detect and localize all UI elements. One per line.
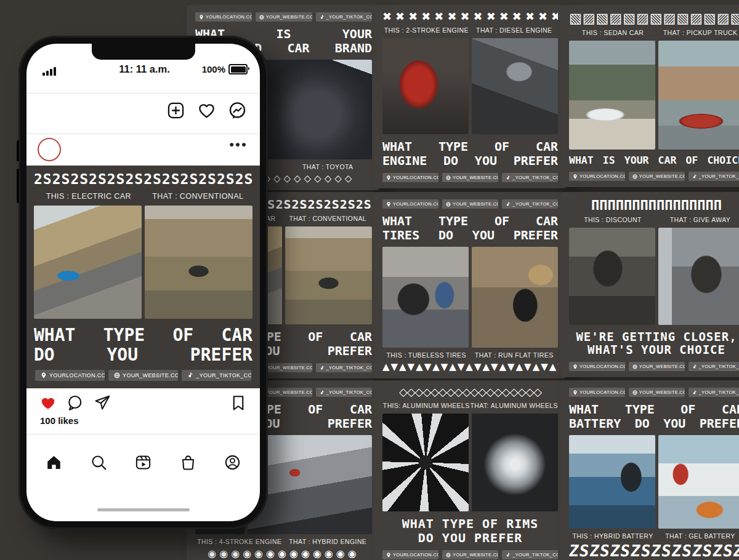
tiktok-badge: _YOUR_TIKTOK_COM bbox=[689, 172, 739, 181]
globe-icon bbox=[632, 174, 637, 179]
that-label: THAT : HYBRID ENGINE bbox=[284, 538, 373, 545]
tiktok-badge-label: _YOUR_TIKTOK_COM bbox=[512, 552, 558, 558]
like-heart-icon[interactable] bbox=[39, 394, 57, 412]
photo-black-alloy-rim bbox=[382, 414, 469, 512]
tiktok-badge: _YOUR_TIKTOK_COM bbox=[502, 173, 558, 182]
story-ring[interactable] bbox=[38, 138, 61, 161]
tiktok-note-icon bbox=[506, 553, 511, 558]
location-pin-icon bbox=[386, 175, 391, 180]
website-badge: YOUR_WEBSITE.COM bbox=[256, 12, 312, 22]
website-badge: YOUR_WEBSITE.COM bbox=[442, 199, 498, 209]
pattern-x-row: ✖✖✖✖✖✖✖✖✖✖✖✖✖✖ bbox=[382, 11, 558, 23]
location-badge: YOURLOCATION.COM bbox=[195, 12, 252, 22]
pattern-diamond-chain-row: ◇◇◇◇◇◇◇◇◇◇◇◇◇◇◇◇◇◇ bbox=[382, 386, 558, 398]
website-badge-label: YOUR_WEBSITE.COM bbox=[266, 365, 312, 370]
home-icon[interactable] bbox=[45, 454, 63, 471]
photo-mechanic-carrying-tire bbox=[472, 247, 558, 348]
pattern-circles-row: ◉◉◉◉◉◉◉◉◉◉◉◉◉ bbox=[195, 549, 372, 559]
globe-icon bbox=[446, 202, 451, 207]
reels-icon[interactable] bbox=[134, 454, 152, 471]
tiktok-badge-label: _YOUR_TIKTOK_COM bbox=[699, 390, 739, 395]
that-label: THAT : TOYOTA bbox=[284, 163, 373, 170]
template-card-rims-preference: ◇◇◇◇◇◇◇◇◇◇◇◇◇◇◇◇◇◇ THIS: ALUMINUM WHEELS… bbox=[374, 380, 567, 560]
home-indicator[interactable] bbox=[97, 508, 190, 511]
post-options-menu[interactable]: ••• bbox=[229, 137, 248, 152]
this-label: THIS: ALUMINUM WHEELS bbox=[382, 402, 470, 409]
photo-electric-car-road bbox=[34, 206, 142, 319]
bookmark-icon[interactable] bbox=[229, 394, 248, 412]
battery-percent: 100% bbox=[202, 64, 225, 74]
location-badge: YOURLOCATION.COM bbox=[382, 173, 438, 182]
tiktok-note-icon bbox=[692, 390, 697, 395]
create-post-icon[interactable] bbox=[166, 100, 186, 121]
pattern-s-blocks-row: 2S2S2S2S2S2S2S2S2S2S2S2S2S2S2S2S bbox=[34, 172, 252, 186]
likes-count[interactable]: 100 likes bbox=[40, 415, 79, 426]
tiktok-badge-label: _YOUR_TIKTOK_COM bbox=[699, 174, 739, 179]
globe-icon bbox=[114, 372, 120, 378]
location-badge: YOURLOCATION.COM bbox=[35, 370, 105, 381]
template-card-discount-vs-giveaway: ΠΠΠΠΠΠΠΠΠΠΠΠΠΠΠΠ THIS : DISCOUNT THAT : … bbox=[560, 192, 739, 377]
card-title-line1: WHAT TYPE OF RIMS bbox=[382, 517, 558, 531]
this-label: THIS : SEDAN CAR bbox=[569, 29, 656, 36]
that-label: THAT : CONVENTIONAL bbox=[284, 215, 373, 222]
website-badge: YOUR_WEBSITE.COM bbox=[108, 370, 178, 381]
location-pin-icon bbox=[199, 15, 204, 20]
template-card-engine-preference: ✖✖✖✖✖✖✖✖✖✖✖✖✖✖ THIS : 2-STROKE ENGINE TH… bbox=[374, 5, 567, 188]
shop-bag-icon[interactable] bbox=[179, 454, 197, 471]
website-badge: YOUR_WEBSITE.COM bbox=[442, 173, 498, 182]
photo-ev-charging-white bbox=[658, 435, 739, 529]
tiktok-badge: _YOUR_TIKTOK_COM bbox=[689, 388, 739, 397]
this-label: THIS : ELECTRIC CAR bbox=[34, 192, 143, 201]
globe-icon bbox=[446, 553, 451, 558]
pattern-square-wave-row: ΠΠΠΠΠΠΠΠΠΠΠΠΠΠΠΠ bbox=[569, 198, 739, 212]
tiktok-badge-label: _YOUR_TIKTOK_COM bbox=[196, 372, 251, 378]
this-label: THIS : 4-STROKE ENGINE bbox=[195, 538, 284, 545]
that-label: THAT: ALUMINUM WHEELS bbox=[470, 402, 559, 409]
card-title-line2: BATTERY DO YOU PREFER bbox=[569, 417, 739, 431]
tiktok-note-icon bbox=[692, 174, 697, 179]
globe-icon bbox=[259, 15, 264, 20]
activity-heart-icon[interactable] bbox=[196, 100, 217, 121]
pattern-diagonal-stripes-row: ▧▨▧▨▧▨▧▨▧▨▧▨▧▨ bbox=[569, 11, 739, 25]
photo-mechanic-fitting-tire bbox=[382, 247, 469, 348]
tiktok-note-icon bbox=[320, 366, 325, 370]
this-label: THIS : DISCOUNT bbox=[569, 216, 656, 223]
card-title-line2: WHAT'S YOUR CHOICE bbox=[569, 343, 739, 357]
location-badge-label: YOURLOCATION.COM bbox=[206, 14, 252, 20]
photo-red-2-stroke-engine bbox=[382, 38, 469, 135]
tiktok-note-icon bbox=[692, 364, 697, 369]
location-pin-icon bbox=[573, 174, 578, 179]
pattern-bowtie-row: ▲▼▲▼▲▼▲▼▲▼▲▼▲▼▲▼▲▼▲▼▲▼▲▼ bbox=[382, 362, 558, 372]
location-badge: YOURLOCATION.COM bbox=[382, 550, 438, 559]
template-card-tires-preference: YOURLOCATION.COM YOUR_WEBSITE.COM _YOUR_… bbox=[374, 192, 567, 378]
globe-icon bbox=[632, 364, 637, 369]
post-title-line1: WHAT TYPE OF CAR bbox=[34, 326, 252, 345]
photo-mechanic-under-hood bbox=[569, 228, 655, 325]
card-title-line1: WE'RE GETTING CLOSER, bbox=[569, 330, 739, 344]
phone-notch bbox=[92, 44, 195, 60]
location-badge-label: YOURLOCATION.COM bbox=[393, 201, 438, 207]
location-badge: YOURLOCATION.COM bbox=[569, 172, 625, 181]
card-title-line1: WHAT IS YOUR CAR OF CHOICE bbox=[569, 155, 739, 167]
tiktok-badge-label: _YOUR_TIKTOK_COM bbox=[512, 201, 558, 207]
share-plane-icon[interactable] bbox=[93, 394, 111, 412]
photo-conventional-4x4 bbox=[285, 226, 372, 324]
tiktok-badge: _YOUR_TIKTOK_COM bbox=[316, 363, 372, 372]
location-pin-icon bbox=[386, 202, 391, 207]
tiktok-note-icon bbox=[506, 175, 511, 180]
website-badge-label: YOUR_WEBSITE.COM bbox=[266, 390, 312, 395]
photo-white-sedan-forest bbox=[569, 41, 655, 150]
messenger-icon[interactable] bbox=[227, 100, 248, 121]
profile-icon[interactable] bbox=[224, 454, 241, 471]
location-badge-label: YOURLOCATION.COM bbox=[579, 364, 625, 369]
pattern-zs-row: ZSZSZSZSZSZSZSZSZSZS bbox=[568, 543, 739, 559]
location-badge-label: YOURLOCATION.COM bbox=[393, 175, 438, 180]
volume-up-button bbox=[17, 140, 19, 161]
location-pin-icon bbox=[386, 553, 391, 558]
tiktok-badge: _YOUR_TIKTOK_COM bbox=[689, 362, 739, 371]
card-title-line2: ENGINE DO YOU PREFER bbox=[382, 154, 558, 168]
location-badge-label: YOURLOCATION.COM bbox=[393, 552, 438, 558]
comment-icon[interactable] bbox=[66, 394, 84, 412]
template-card-battery-preference: YOURLOCATION.COM YOUR_WEBSITE.COM _YOUR_… bbox=[560, 380, 739, 560]
search-icon[interactable] bbox=[90, 454, 108, 471]
